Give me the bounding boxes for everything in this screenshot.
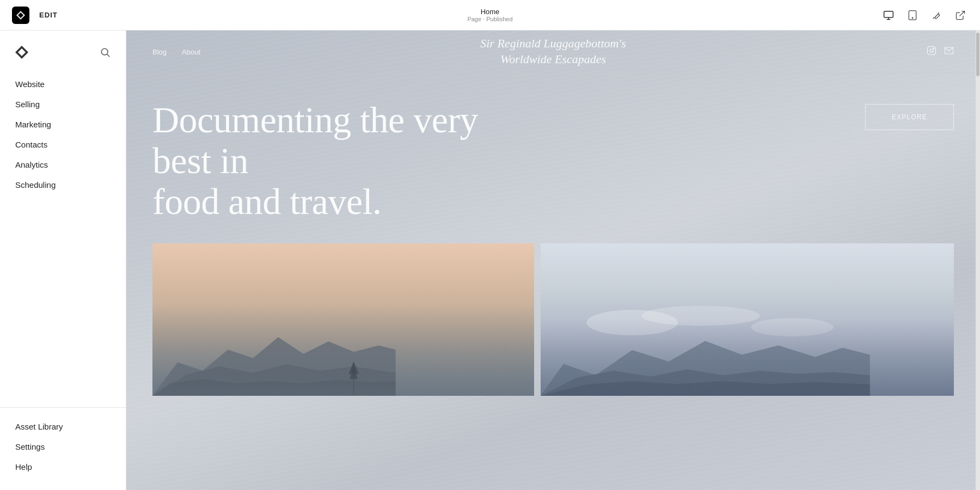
svg-marker-21 [541,370,870,396]
preview-image-right [541,243,954,396]
explore-button[interactable]: Explore [865,104,954,130]
svg-point-5 [101,48,108,55]
svg-rect-7 [928,47,936,55]
design-button[interactable] [928,7,945,24]
svg-marker-15 [350,366,358,379]
svg-marker-13 [152,379,396,396]
svg-point-9 [933,48,934,49]
desktop-view-button[interactable] [880,7,897,24]
preview-image-grid [126,243,980,396]
preview-nav: Blog About Sir Reginald Luggagebottom's … [126,30,980,74]
edit-label: EDIT [39,11,58,19]
preview-site-title: Sir Reginald Luggagebottom's Worldwide E… [480,36,626,67]
sidebar-item-settings[interactable]: Settings [9,437,117,457]
svg-marker-16 [348,362,358,374]
svg-marker-12 [152,365,396,396]
sidebar-item-website[interactable]: Website [9,74,117,94]
sidebar-item-analytics[interactable]: Analytics [9,155,117,175]
site-title-line1: Sir Reginald Luggagebottom's Worldwide E… [480,36,626,67]
sidebar-nav: Website Selling Marketing Contacts Analy… [0,74,126,399]
svg-point-18 [641,306,760,326]
hero-heading: Documenting the very best in food and tr… [152,100,544,222]
sidebar: Website Selling Marketing Contacts Analy… [0,30,126,490]
svg-point-3 [912,17,913,19]
scrollbar-thumb[interactable] [976,33,979,76]
preview-image-left [152,243,534,396]
topbar-center: Home Page · Published [467,8,512,22]
svg-line-6 [107,54,110,57]
page-name: Home [467,8,512,16]
search-button[interactable] [97,45,113,60]
svg-point-8 [930,49,933,52]
nav-link-about[interactable]: About [182,48,200,56]
nav-link-blog[interactable]: Blog [152,48,167,56]
svg-marker-20 [541,341,870,396]
svg-line-4 [959,11,964,16]
instagram-icon[interactable] [927,46,936,58]
main-layout: Website Selling Marketing Contacts Analy… [0,30,980,490]
preview-hero: Documenting the very best in food and tr… [126,74,980,222]
topbar: EDIT Home Page · Published [0,0,980,30]
page-status: Page · Published [467,16,512,22]
preview-nav-social [927,46,954,58]
hero-cta-button[interactable]: Explore [865,100,954,130]
sidebar-item-contacts[interactable]: Contacts [9,134,117,155]
topbar-right [880,7,969,24]
sidebar-item-selling[interactable]: Selling [9,94,117,114]
sidebar-item-marketing[interactable]: Marketing [9,114,117,134]
scrollbar[interactable] [976,30,980,490]
sidebar-bottom: Asset Library Settings Help [0,407,126,477]
sidebar-item-help[interactable]: Help [9,457,117,477]
sidebar-item-asset-library[interactable]: Asset Library [9,416,117,437]
tablet-view-button[interactable] [904,7,921,24]
svg-marker-11 [152,338,396,396]
squarespace-logo [11,5,30,25]
svg-point-19 [751,318,833,337]
sidebar-header [0,44,126,61]
external-link-button[interactable] [952,7,969,24]
svg-rect-1 [884,11,893,17]
preview-area: Blog About Sir Reginald Luggagebottom's … [126,30,980,490]
svg-marker-22 [541,382,870,396]
topbar-left: EDIT [11,5,58,25]
preview-hero-text: Documenting the very best in food and tr… [152,100,544,222]
email-icon[interactable] [944,46,954,58]
sidebar-logo [13,44,30,61]
preview-nav-links: Blog About [152,48,200,56]
sidebar-item-scheduling[interactable]: Scheduling [9,175,117,195]
website-preview: Blog About Sir Reginald Luggagebottom's … [126,30,980,490]
